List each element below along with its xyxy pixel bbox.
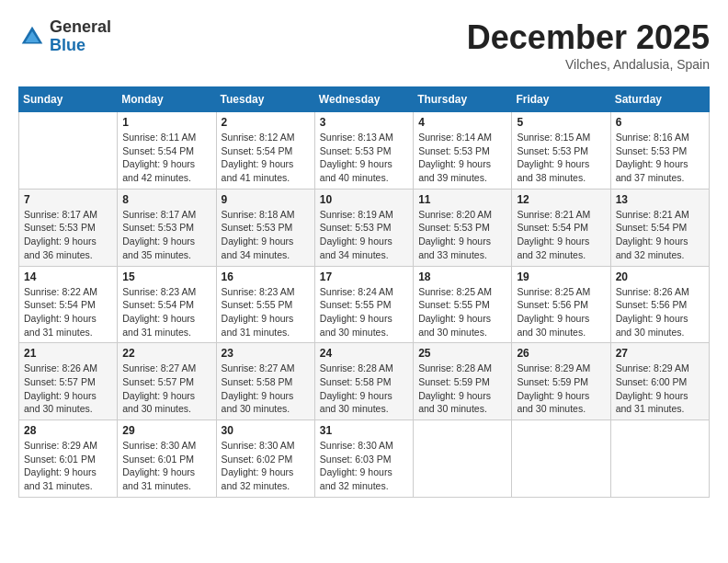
day-number: 26 <box>517 347 605 360</box>
month-title: December 2025 <box>467 18 710 57</box>
weekday-header: Friday <box>512 87 610 112</box>
day-number: 29 <box>122 424 210 437</box>
day-info: Sunrise: 8:13 AMSunset: 5:53 PMDaylight:… <box>320 131 408 185</box>
title-block: December 2025 Vilches, Andalusia, Spain <box>467 18 710 72</box>
calendar-cell: 18Sunrise: 8:25 AMSunset: 5:55 PMDayligh… <box>414 266 512 343</box>
calendar-week-row: 28Sunrise: 8:29 AMSunset: 6:01 PMDayligh… <box>19 420 710 498</box>
logo-icon <box>18 23 46 51</box>
calendar-cell: 31Sunrise: 8:30 AMSunset: 6:03 PMDayligh… <box>314 420 413 498</box>
day-info: Sunrise: 8:30 AMSunset: 6:02 PMDaylight:… <box>222 439 310 493</box>
day-info: Sunrise: 8:22 AMSunset: 5:54 PMDaylight:… <box>24 285 112 339</box>
day-number: 1 <box>122 116 210 129</box>
calendar-cell: 16Sunrise: 8:23 AMSunset: 5:55 PMDayligh… <box>216 266 314 343</box>
day-info: Sunrise: 8:26 AMSunset: 5:56 PMDaylight:… <box>616 285 704 339</box>
day-number: 25 <box>418 347 506 360</box>
day-number: 30 <box>222 424 310 437</box>
day-number: 27 <box>616 347 704 360</box>
day-info: Sunrise: 8:28 AMSunset: 5:59 PMDaylight:… <box>418 362 506 416</box>
calendar-cell: 17Sunrise: 8:24 AMSunset: 5:55 PMDayligh… <box>314 266 413 343</box>
weekday-header: Wednesday <box>314 87 413 112</box>
day-info: Sunrise: 8:25 AMSunset: 5:55 PMDaylight:… <box>418 285 506 339</box>
calendar-cell: 11Sunrise: 8:20 AMSunset: 5:53 PMDayligh… <box>414 189 512 266</box>
day-number: 13 <box>616 193 704 206</box>
calendar-cell: 24Sunrise: 8:28 AMSunset: 5:58 PMDayligh… <box>314 343 413 420</box>
calendar-cell <box>19 112 118 190</box>
calendar-week-row: 14Sunrise: 8:22 AMSunset: 5:54 PMDayligh… <box>19 266 710 343</box>
day-number: 8 <box>122 193 210 206</box>
day-info: Sunrise: 8:29 AMSunset: 5:59 PMDaylight:… <box>517 362 605 416</box>
day-number: 21 <box>24 347 112 360</box>
calendar-week-row: 7Sunrise: 8:17 AMSunset: 5:53 PMDaylight… <box>19 189 710 266</box>
calendar-cell: 15Sunrise: 8:23 AMSunset: 5:54 PMDayligh… <box>118 266 216 343</box>
calendar-cell: 2Sunrise: 8:12 AMSunset: 5:54 PMDaylight… <box>216 112 314 190</box>
calendar-cell: 4Sunrise: 8:14 AMSunset: 5:53 PMDaylight… <box>414 112 512 190</box>
day-info: Sunrise: 8:27 AMSunset: 5:57 PMDaylight:… <box>122 362 210 416</box>
day-info: Sunrise: 8:11 AMSunset: 5:54 PMDaylight:… <box>122 131 210 185</box>
calendar-cell: 8Sunrise: 8:17 AMSunset: 5:53 PMDaylight… <box>118 189 216 266</box>
day-info: Sunrise: 8:26 AMSunset: 5:57 PMDaylight:… <box>24 362 112 416</box>
day-number: 10 <box>320 193 408 206</box>
page-header: General Blue December 2025 Vilches, Anda… <box>18 18 710 72</box>
day-number: 15 <box>122 270 210 283</box>
day-number: 9 <box>222 193 310 206</box>
day-number: 23 <box>222 347 310 360</box>
day-info: Sunrise: 8:21 AMSunset: 5:54 PMDaylight:… <box>616 208 704 262</box>
day-number: 17 <box>320 270 408 283</box>
day-number: 4 <box>418 116 506 129</box>
calendar-cell: 10Sunrise: 8:19 AMSunset: 5:53 PMDayligh… <box>314 189 413 266</box>
calendar-cell: 14Sunrise: 8:22 AMSunset: 5:54 PMDayligh… <box>19 266 118 343</box>
day-number: 7 <box>24 193 112 206</box>
day-info: Sunrise: 8:19 AMSunset: 5:53 PMDaylight:… <box>320 208 408 262</box>
day-info: Sunrise: 8:24 AMSunset: 5:55 PMDaylight:… <box>320 285 408 339</box>
calendar-cell: 3Sunrise: 8:13 AMSunset: 5:53 PMDaylight… <box>314 112 413 190</box>
calendar-cell: 5Sunrise: 8:15 AMSunset: 5:53 PMDaylight… <box>512 112 610 190</box>
day-info: Sunrise: 8:29 AMSunset: 6:00 PMDaylight:… <box>616 362 704 416</box>
day-info: Sunrise: 8:17 AMSunset: 5:53 PMDaylight:… <box>122 208 210 262</box>
weekday-header: Saturday <box>610 87 709 112</box>
day-number: 16 <box>222 270 310 283</box>
calendar-header: SundayMondayTuesdayWednesdayThursdayFrid… <box>19 87 710 112</box>
day-info: Sunrise: 8:18 AMSunset: 5:53 PMDaylight:… <box>222 208 310 262</box>
calendar-cell: 19Sunrise: 8:25 AMSunset: 5:56 PMDayligh… <box>512 266 610 343</box>
weekday-header: Thursday <box>414 87 512 112</box>
calendar-cell: 27Sunrise: 8:29 AMSunset: 6:00 PMDayligh… <box>610 343 709 420</box>
calendar-cell: 13Sunrise: 8:21 AMSunset: 5:54 PMDayligh… <box>610 189 709 266</box>
day-info: Sunrise: 8:30 AMSunset: 6:03 PMDaylight:… <box>320 439 408 493</box>
logo: General Blue <box>18 18 111 55</box>
day-number: 12 <box>517 193 605 206</box>
day-number: 11 <box>418 193 506 206</box>
calendar-cell: 7Sunrise: 8:17 AMSunset: 5:53 PMDaylight… <box>19 189 118 266</box>
logo-text: General Blue <box>50 18 111 55</box>
weekday-header: Sunday <box>19 87 118 112</box>
calendar-body: 1Sunrise: 8:11 AMSunset: 5:54 PMDaylight… <box>19 112 710 498</box>
calendar-cell: 9Sunrise: 8:18 AMSunset: 5:53 PMDaylight… <box>216 189 314 266</box>
calendar-cell: 25Sunrise: 8:28 AMSunset: 5:59 PMDayligh… <box>414 343 512 420</box>
calendar-cell <box>610 420 709 498</box>
day-info: Sunrise: 8:21 AMSunset: 5:54 PMDaylight:… <box>517 208 605 262</box>
day-info: Sunrise: 8:23 AMSunset: 5:54 PMDaylight:… <box>122 285 210 339</box>
calendar-cell: 23Sunrise: 8:27 AMSunset: 5:58 PMDayligh… <box>216 343 314 420</box>
day-info: Sunrise: 8:15 AMSunset: 5:53 PMDaylight:… <box>517 131 605 185</box>
calendar-cell <box>512 420 610 498</box>
calendar-table: SundayMondayTuesdayWednesdayThursdayFrid… <box>18 86 710 498</box>
calendar-cell: 20Sunrise: 8:26 AMSunset: 5:56 PMDayligh… <box>610 266 709 343</box>
day-number: 31 <box>320 424 408 437</box>
day-number: 14 <box>24 270 112 283</box>
day-number: 6 <box>616 116 704 129</box>
day-info: Sunrise: 8:17 AMSunset: 5:53 PMDaylight:… <box>24 208 112 262</box>
day-info: Sunrise: 8:30 AMSunset: 6:01 PMDaylight:… <box>122 439 210 493</box>
day-number: 2 <box>222 116 310 129</box>
day-number: 20 <box>616 270 704 283</box>
day-info: Sunrise: 8:23 AMSunset: 5:55 PMDaylight:… <box>222 285 310 339</box>
day-info: Sunrise: 8:29 AMSunset: 6:01 PMDaylight:… <box>24 439 112 493</box>
calendar-cell: 12Sunrise: 8:21 AMSunset: 5:54 PMDayligh… <box>512 189 610 266</box>
day-info: Sunrise: 8:16 AMSunset: 5:53 PMDaylight:… <box>616 131 704 185</box>
weekday-header: Tuesday <box>216 87 314 112</box>
weekday-header-row: SundayMondayTuesdayWednesdayThursdayFrid… <box>19 87 710 112</box>
logo-blue: Blue <box>50 37 111 55</box>
day-info: Sunrise: 8:27 AMSunset: 5:58 PMDaylight:… <box>222 362 310 416</box>
calendar-week-row: 1Sunrise: 8:11 AMSunset: 5:54 PMDaylight… <box>19 112 710 190</box>
day-number: 3 <box>320 116 408 129</box>
day-info: Sunrise: 8:12 AMSunset: 5:54 PMDaylight:… <box>222 131 310 185</box>
location: Vilches, Andalusia, Spain <box>467 57 710 72</box>
